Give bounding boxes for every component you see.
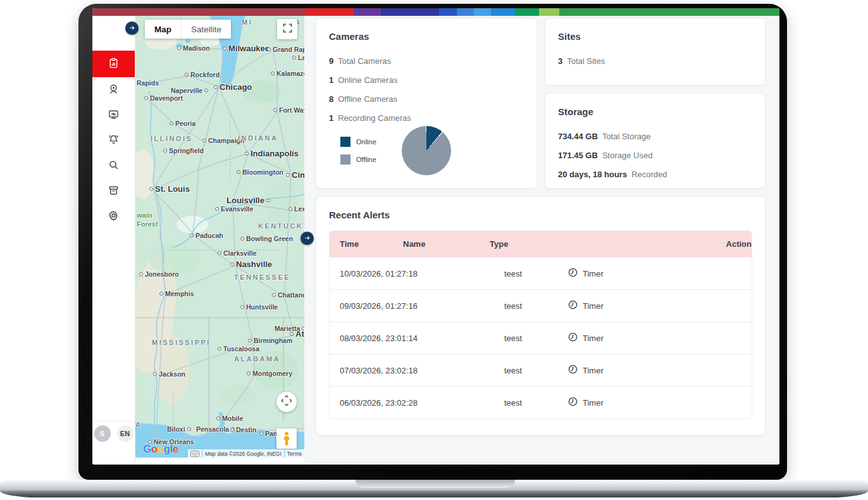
map-label: Forest: [137, 220, 158, 228]
map-data-attribution: Map data ©2026 Google, INEGI: [202, 449, 284, 458]
language-toggle[interactable]: EN: [117, 425, 133, 442]
sidebar-item-settings[interactable]: [92, 204, 135, 229]
google-logo-letter: o: [158, 443, 164, 455]
map-label: Montgomery: [247, 370, 292, 377]
map-label: Madison: [177, 44, 210, 52]
map-label: Lex: [288, 205, 304, 213]
sidebar-item-alerts[interactable]: [92, 128, 135, 153]
map-label: Evansville: [215, 205, 253, 213]
map-tab[interactable]: Map: [145, 20, 181, 39]
dashboard-content: Cameras 9Total Cameras1Online Cameras8Of…: [304, 16, 779, 465]
column-header: Time: [330, 239, 393, 249]
stat-line: 8Offline Cameras: [329, 94, 524, 104]
legend-swatch: [340, 154, 350, 165]
sidebar-item-cameras[interactable]: [92, 77, 135, 103]
map-label: Biloxi: [167, 425, 191, 433]
stat-line: 1Online Cameras: [329, 75, 524, 85]
timer-clock-icon: [567, 364, 578, 377]
google-logo-letter: g: [164, 443, 170, 455]
storage-stats: 734.44 GBTotal Storage171.45 GBStorage U…: [558, 132, 752, 179]
sidebar-item-monitor[interactable]: [92, 103, 135, 128]
map-label: Mobile: [216, 415, 243, 422]
pan-arrows-icon: [280, 394, 293, 409]
fullscreen-button[interactable]: [277, 19, 297, 39]
alert-type: Timer: [557, 299, 644, 312]
map-label: ILLINOIS: [151, 135, 192, 142]
alerts-table-body: 10/03/2026, 01:27:18 teest: [330, 257, 752, 418]
map-expand-arrow[interactable]: [301, 232, 314, 245]
alert-name: teest: [494, 398, 557, 408]
map-label: Grand Rapids: [267, 46, 304, 53]
alert-type: Timer: [557, 332, 644, 344]
map-label: Louisville: [226, 196, 270, 205]
map-label: Chicago: [214, 82, 252, 92]
map-label: Indianapolis: [245, 149, 299, 158]
alert-time: 06/03/2026, 23:02:28: [330, 398, 494, 408]
map-label: Pensacola: [196, 425, 235, 433]
column-header: Type: [480, 239, 716, 249]
alert-time: 08/03/2026, 23:01:14: [330, 334, 494, 343]
map-label: Springfield: [163, 147, 204, 154]
laptop-base-notch: [356, 480, 515, 488]
map-label: Cin: [286, 170, 304, 180]
page-background: S EN: [0, 0, 868, 500]
map-label: MI: [242, 18, 252, 26]
map-label: Bowling Green: [240, 235, 293, 242]
alert-name: teest: [494, 301, 557, 311]
alert-row[interactable]: 08/03/2026, 23:01:14 teest: [330, 322, 752, 354]
legend-item: Offline: [340, 154, 376, 165]
map-canvas[interactable]: MIAMadisonMilwaukeeGrand RapidsLanRockfo…: [135, 16, 304, 458]
stat-line: 1Recording Cameras: [329, 113, 524, 123]
map-label: Fort Wayn: [273, 106, 304, 114]
sidebar-item-dashboard[interactable]: [92, 51, 135, 77]
map-label: Chattanoog: [272, 291, 304, 299]
legend-swatch: [340, 137, 350, 147]
storage-card: Storage 734.44 GBTotal Storage171.45 GBS…: [545, 93, 766, 189]
map-label: Kalamazoo: [271, 70, 304, 77]
google-logo[interactable]: Google: [143, 443, 178, 456]
alert-name: teest: [494, 334, 557, 343]
map-label: Destin: [230, 426, 256, 434]
alert-name: teest: [494, 366, 557, 375]
map-label: Jonesboro: [139, 270, 179, 278]
google-logo-letter: e: [173, 443, 178, 455]
alerts-table: TimeNameTypeAction 10/03/2026, 01:27:18 …: [329, 230, 752, 419]
map-label: Rockford: [185, 71, 220, 78]
search-icon: [108, 159, 120, 173]
terms-link[interactable]: Terms: [285, 449, 304, 458]
street-view-pegman[interactable]: [276, 428, 297, 449]
pan-control[interactable]: [276, 392, 297, 412]
map-label: KENTUCKY: [258, 222, 304, 230]
user-avatar[interactable]: S: [94, 425, 111, 442]
sites-stats: 3Total Sites: [558, 56, 752, 66]
alert-row[interactable]: 10/03/2026, 01:27:18 teest: [330, 257, 752, 289]
timer-clock-icon: [567, 332, 578, 344]
alert-row[interactable]: 07/03/2026, 23:02:18 teest: [330, 354, 752, 386]
laptop-bezel: S EN: [78, 4, 787, 480]
sites-card: Sites 3Total Sites: [545, 18, 766, 85]
screen: S EN: [92, 8, 779, 465]
sidebar-collapse-arrow[interactable]: [125, 22, 139, 35]
map-label: Davenport: [144, 94, 183, 102]
alert-name: teest: [494, 269, 557, 278]
pie-chart: [402, 126, 451, 175]
map-column: MIAMadisonMilwaukeeGrand RapidsLanRockfo…: [135, 16, 304, 465]
keyboard-shortcuts-button[interactable]: [188, 449, 202, 458]
google-logo-letter: o: [151, 443, 158, 455]
alert-row[interactable]: 09/03/2026, 01:27:16 teest: [330, 289, 752, 322]
alert-type: Timer: [557, 267, 644, 280]
sidebar-item-search[interactable]: [92, 153, 135, 178]
map-label: A: [135, 421, 142, 428]
arrow-right-icon: [304, 233, 311, 244]
keyboard-icon: [190, 451, 199, 457]
map-type-control: Map Satellite: [145, 20, 231, 39]
map-label: Naperville: [171, 87, 208, 94]
satellite-tab[interactable]: Satellite: [181, 20, 231, 39]
legend-item: Online: [340, 137, 376, 147]
gear-icon: [108, 209, 120, 224]
timer-clock-icon: [567, 267, 578, 280]
sidebar-item-archive[interactable]: [92, 178, 135, 204]
cameras-card: Cameras 9Total Cameras1Online Cameras8Of…: [316, 18, 537, 189]
map-label: Paducah: [190, 232, 223, 239]
alert-row[interactable]: 06/03/2026, 23:02:28 teest: [330, 386, 752, 418]
